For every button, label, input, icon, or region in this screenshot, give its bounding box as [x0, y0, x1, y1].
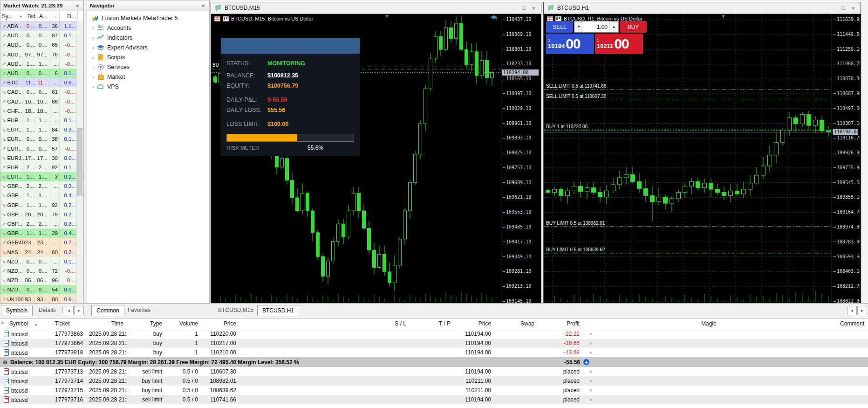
market-watch-row[interactable]: ↗EUR...2....2....920.1... [0, 163, 83, 172]
expand-chevron-icon[interactable]: › [90, 35, 96, 41]
close-icon[interactable]: × [1, 320, 4, 325]
expand-chevron-icon[interactable]: › [90, 84, 96, 90]
panel-tab-favorites[interactable]: Favorites [123, 305, 155, 315]
chart-tab-btcusd-m15[interactable]: BTCUSD,M15 [213, 305, 258, 315]
panel-tab-symbols[interactable]: Symbols [1, 305, 33, 316]
column-header-price[interactable]: Price [454, 320, 495, 327]
column-header[interactable]: Sy...▲ [0, 11, 25, 21]
market-watch-row[interactable]: ↗AUD...0....0....60.1... [0, 69, 83, 78]
scrollbar-thumb[interactable] [77, 128, 82, 197]
close-position-icon[interactable]: ✕ [583, 378, 592, 384]
market-watch-row[interactable]: ↘EUR...1....1....30.2... [0, 172, 83, 181]
market-watch-row[interactable]: ↘EUR...1....1.......0.1... [0, 116, 83, 125]
close-icon[interactable]: × [851, 5, 855, 12]
close-position-icon[interactable]: ✕ [583, 349, 592, 356]
column-header-price[interactable]: Price [202, 320, 240, 327]
market-watch-row[interactable]: ↘NZD...86...86...96-0.... [0, 276, 83, 285]
close-position-icon[interactable]: ✕ [583, 368, 592, 375]
scroll-left-icon[interactable]: ◄ [64, 306, 74, 315]
navigator-item-expert-advisors[interactable]: ›Expert Advisors [87, 42, 209, 52]
minimize-icon[interactable]: _ [512, 5, 515, 12]
market-watch-row[interactable]: ↘CHF...18...18......-0.... [0, 106, 83, 116]
market-watch-row[interactable]: ↘NZD...0....0....540.0... [0, 285, 83, 294]
expand-plus-icon[interactable]: + [583, 359, 589, 365]
column-header-time[interactable]: Time [85, 320, 127, 327]
expand-chevron-icon[interactable]: › [90, 25, 96, 31]
close-position-icon[interactable]: ✕ [583, 331, 592, 337]
market-watch-header[interactable]: Sy...▲BidA.....D... [0, 11, 83, 21]
navigator-item-vps[interactable]: ›VPS [87, 82, 209, 91]
chart-window-h1-titlebar[interactable]: BTCUSD,H1 _□× [544, 2, 861, 14]
bid-quote[interactable]: 110194 00 [546, 34, 594, 54]
market-watch-row[interactable]: ↗GER4023...23......0.7... [0, 238, 83, 247]
column-header-tp[interactable]: T / P [410, 320, 454, 327]
column-header[interactable]: .. [49, 11, 60, 21]
column-header-ticket[interactable]: Ticket [51, 320, 85, 327]
column-header-magic[interactable]: Magic [592, 320, 720, 327]
market-watch-row[interactable]: ↗AUD...0....0....65-0.... [0, 40, 83, 49]
navigator-item-market[interactable]: ›Market [87, 72, 209, 82]
order-row[interactable]: btcusd1779737162025.09.28 21:20:48sell l… [0, 395, 868, 404]
volume-down-icon[interactable]: ▼ [574, 21, 583, 32]
maximize-icon[interactable]: □ [841, 5, 845, 12]
expand-chevron-icon[interactable]: › [90, 45, 96, 50]
column-header[interactable]: Bid [25, 11, 37, 21]
market-watch-scrollbar[interactable] [76, 21, 83, 303]
close-icon[interactable]: × [74, 2, 81, 9]
position-row[interactable]: btcusd1779738642025.09.28 21:21:58buy111… [0, 339, 868, 348]
balance-summary-row[interactable]: ⊖Balance: 100 812.35 EUR Equity: 100 756… [0, 357, 868, 367]
close-icon[interactable]: × [532, 5, 535, 12]
column-header-sl[interactable]: S / L [240, 320, 410, 327]
column-header-swap[interactable]: Swap [495, 320, 538, 327]
toolbox-header-row[interactable]: Symbol▲TicketTimeTypeVolumePriceS / LT /… [0, 318, 868, 329]
expand-chevron-icon[interactable]: › [90, 74, 96, 80]
collapse-minus-icon[interactable]: ⊖ [3, 359, 7, 366]
close-icon[interactable]: × [200, 2, 206, 9]
chart-h1-canvas[interactable]: BTCUSD, H1: Bitcoin vs US Dollar ▼ 11163… [544, 14, 860, 303]
navigator-item-services[interactable]: ·Services [87, 62, 209, 72]
position-row[interactable]: btcusd1779739182025.09.28 21:23:36buy111… [0, 348, 868, 357]
market-watch-row[interactable]: ↗NZD...0....0....72-0.... [0, 266, 83, 276]
market-watch-row[interactable]: ↘AUD...97...97...76-0.... [0, 50, 83, 59]
market-watch-row[interactable]: ↗UK10093...93...800.6... [0, 294, 83, 304]
market-watch-row[interactable]: ↗EUR...0....0....57-0.... [0, 144, 83, 153]
market-watch-row[interactable]: ↘GBP...20...20...790.2... [0, 210, 83, 219]
market-watch-row[interactable]: ↘GBP...2....2.......0.3... [0, 181, 83, 191]
column-header-comment[interactable]: Comment [720, 320, 868, 327]
order-row[interactable]: btcusd1779737152025.09.28 21:20:46buy li… [0, 386, 868, 395]
order-row[interactable]: btcusd1779737142025.09.28 21:20:42buy li… [0, 376, 868, 386]
scroll-right-icon[interactable]: ► [857, 306, 867, 315]
column-header-symbol[interactable]: Symbol▲ [0, 320, 51, 327]
ask-quote[interactable]: 110211 00 [595, 34, 643, 54]
position-row[interactable]: btcusd1779738632025.09.28 21:21:56buy111… [0, 329, 868, 339]
market-watch-row[interactable]: ↘NZD...0....0.......0.1... [0, 257, 83, 266]
scroll-left-icon[interactable]: ◄ [847, 306, 857, 315]
column-header-volume[interactable]: Volume [166, 320, 202, 327]
market-watch-row[interactable]: ↗AUD...0....0....970.1... [0, 31, 83, 40]
panel-tab-common[interactable]: Common [91, 305, 124, 316]
market-watch-row[interactable]: ↗GBP...2....2.......0.3... [0, 219, 83, 228]
panel-tab-details[interactable]: Details [34, 305, 61, 315]
close-position-icon[interactable]: ✕ [583, 387, 592, 394]
market-watch-row[interactable]: ↘NAS...24...24...800.3... [0, 248, 83, 257]
navigator-root-item[interactable]: Fusion Markets MetaTrader 5 [87, 13, 209, 23]
scroll-right-icon[interactable]: ► [74, 306, 84, 315]
sell-button[interactable]: SELL [546, 21, 573, 33]
navigator-item-accounts[interactable]: ›Accounts [87, 23, 209, 33]
maximize-icon[interactable]: □ [522, 5, 525, 12]
m15-price-scale[interactable]: 110437.10110369.10110301.10110233.101101… [501, 14, 540, 303]
market-watch-row[interactable]: ↘GBP...1....1.......0.4... [0, 191, 83, 200]
market-watch-row[interactable]: ↘EUR...0....0....380.1... [0, 134, 83, 144]
minimize-icon[interactable]: _ [832, 5, 835, 12]
chart-window-m15-titlebar[interactable]: BTCUSD,M15 _□× [211, 2, 541, 14]
column-header-profit[interactable]: Profit [538, 320, 583, 327]
navigator-item-scripts[interactable]: ›Scripts [87, 52, 209, 62]
volume-value[interactable]: 1.00 [583, 21, 609, 32]
market-watch-row[interactable]: ↘GBP...1....1....290.4... [0, 228, 83, 238]
column-header[interactable]: A... [37, 11, 49, 21]
market-watch-row[interactable]: ↗AUD...1....1.......-0.... [0, 59, 83, 69]
market-watch-row[interactable]: ↘CAD...0....0....61-0.... [0, 87, 83, 97]
column-header-type[interactable]: Type [127, 320, 166, 327]
buy-button[interactable]: BUY [620, 21, 647, 33]
market-watch-row[interactable]: ↗ADA...0....0....361.1... [0, 21, 83, 31]
